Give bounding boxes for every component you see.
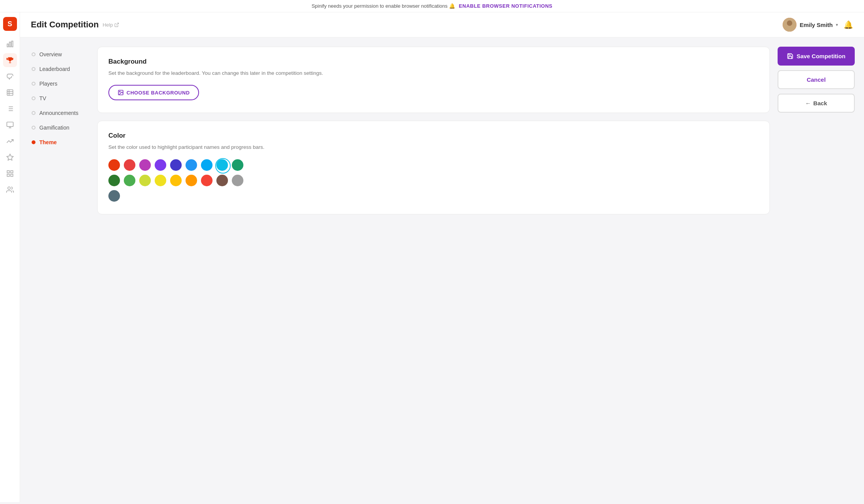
left-nav: Overview Leaderboard Players TV Announce… xyxy=(20,37,97,502)
nav-item-theme[interactable]: Theme xyxy=(28,136,89,148)
background-desc: Set the background for the leaderboard. … xyxy=(108,69,759,77)
top-header: Edit Competition Help Emily Smith ▾ 🔔 xyxy=(20,12,864,37)
notification-bar: Spinify needs your permission to enable … xyxy=(0,0,864,12)
svg-point-24 xyxy=(787,20,792,26)
content-wrapper: Overview Leaderboard Players TV Announce… xyxy=(20,37,864,502)
analytics-icon[interactable] xyxy=(3,37,17,51)
svg-rect-13 xyxy=(7,122,13,127)
svg-rect-2 xyxy=(12,41,13,47)
nav-dot-tv xyxy=(32,96,35,100)
monitor-icon[interactable] xyxy=(3,118,17,132)
nav-dot-players xyxy=(32,82,35,86)
color-swatch-red[interactable] xyxy=(124,159,135,171)
color-row-1 xyxy=(108,159,759,171)
nav-item-players[interactable]: Players xyxy=(28,78,89,90)
enable-notifications-link[interactable]: ENABLE BROWSER NOTIFICATIONS xyxy=(459,3,553,9)
color-swatch-dark-green[interactable] xyxy=(108,175,120,186)
cards-column: Background Set the background for the le… xyxy=(97,47,770,493)
color-swatch-orange-red[interactable] xyxy=(108,159,120,171)
back-arrow-icon: ← xyxy=(805,100,811,106)
actions-column: Save Competition Cancel ← Back xyxy=(778,47,855,493)
color-swatch-orange[interactable] xyxy=(186,175,197,186)
nav-dot-theme xyxy=(32,140,35,144)
trend-icon[interactable] xyxy=(3,134,17,148)
app-logo[interactable]: S xyxy=(3,17,17,31)
svg-point-27 xyxy=(120,91,120,92)
star-icon[interactable] xyxy=(3,150,17,164)
main-panel: Background Set the background for the le… xyxy=(97,37,864,502)
color-swatch-pink-purple[interactable] xyxy=(139,159,151,171)
color-swatch-teal[interactable] xyxy=(232,159,243,171)
list-icon[interactable] xyxy=(3,102,17,116)
svg-rect-19 xyxy=(7,174,9,177)
background-card: Background Set the background for the le… xyxy=(97,47,770,113)
color-swatch-amber[interactable] xyxy=(170,175,182,186)
notification-message: Spinify needs your permission to enable … xyxy=(312,3,448,9)
color-swatch-blue[interactable] xyxy=(186,159,197,171)
nav-item-overview[interactable]: Overview xyxy=(28,48,89,61)
sidebar: S xyxy=(0,12,20,502)
save-competition-button[interactable]: Save Competition xyxy=(778,47,855,66)
color-swatch-lime[interactable] xyxy=(139,175,151,186)
color-swatch-purple[interactable] xyxy=(155,159,166,171)
svg-rect-0 xyxy=(7,44,8,47)
help-link[interactable]: Help xyxy=(103,22,119,28)
bell-icon[interactable]: 🔔 xyxy=(844,20,853,29)
svg-rect-17 xyxy=(7,171,9,173)
user-dropdown-icon: ▾ xyxy=(836,22,838,27)
svg-rect-18 xyxy=(10,171,13,173)
choose-background-button[interactable]: CHOOSE BACKGROUND xyxy=(108,85,199,100)
user-area: Emily Smith ▾ 🔔 xyxy=(783,18,853,32)
color-swatch-grey[interactable] xyxy=(232,175,243,186)
svg-line-22 xyxy=(116,23,118,25)
color-grid xyxy=(108,159,759,202)
color-card: Color Set the color used to highlight pa… xyxy=(97,121,770,214)
svg-rect-20 xyxy=(10,174,13,177)
color-swatch-indigo[interactable] xyxy=(170,159,182,171)
nav-dot-gamification xyxy=(32,126,35,130)
color-title: Color xyxy=(108,132,759,140)
nav-dot-announcements xyxy=(32,111,35,115)
color-desc: Set the color used to highlight particip… xyxy=(108,143,759,151)
user-avatar xyxy=(783,18,796,32)
svg-rect-1 xyxy=(9,42,10,47)
color-row-2 xyxy=(108,175,759,186)
color-swatch-brown[interactable] xyxy=(216,175,228,186)
color-swatch-green[interactable] xyxy=(124,175,135,186)
background-title: Background xyxy=(108,58,759,66)
nav-dot-overview xyxy=(32,52,35,56)
nav-item-gamification[interactable]: Gamification xyxy=(28,121,89,134)
color-swatch-cyan[interactable] xyxy=(216,159,228,171)
grid-icon[interactable] xyxy=(3,167,17,180)
notification-bell: 🔔 xyxy=(449,3,455,9)
trophy-icon[interactable] xyxy=(3,53,17,67)
svg-point-21 xyxy=(8,187,10,190)
nav-item-tv[interactable]: TV xyxy=(28,92,89,105)
megaphone-icon[interactable] xyxy=(3,69,17,83)
color-swatch-light-blue[interactable] xyxy=(201,159,213,171)
color-swatch-yellow[interactable] xyxy=(155,175,166,186)
svg-marker-16 xyxy=(7,154,13,160)
svg-rect-3 xyxy=(7,90,13,96)
nav-item-announcements[interactable]: Announcements xyxy=(28,107,89,119)
user-profile[interactable]: Emily Smith ▾ xyxy=(783,18,838,32)
table-icon[interactable] xyxy=(3,86,17,99)
nav-item-leaderboard[interactable]: Leaderboard xyxy=(28,63,89,75)
cancel-button[interactable]: Cancel xyxy=(778,70,855,89)
user-name: Emily Smith xyxy=(800,22,833,28)
nav-dot-leaderboard xyxy=(32,67,35,71)
color-swatch-deep-orange[interactable] xyxy=(201,175,213,186)
users-sidebar-icon[interactable] xyxy=(3,183,17,197)
back-button[interactable]: ← Back xyxy=(778,94,855,113)
page-title: Edit Competition xyxy=(31,20,99,30)
color-swatch-blue-grey[interactable] xyxy=(108,190,120,202)
page-title-group: Edit Competition Help xyxy=(31,20,119,30)
color-row-3 xyxy=(108,190,759,202)
